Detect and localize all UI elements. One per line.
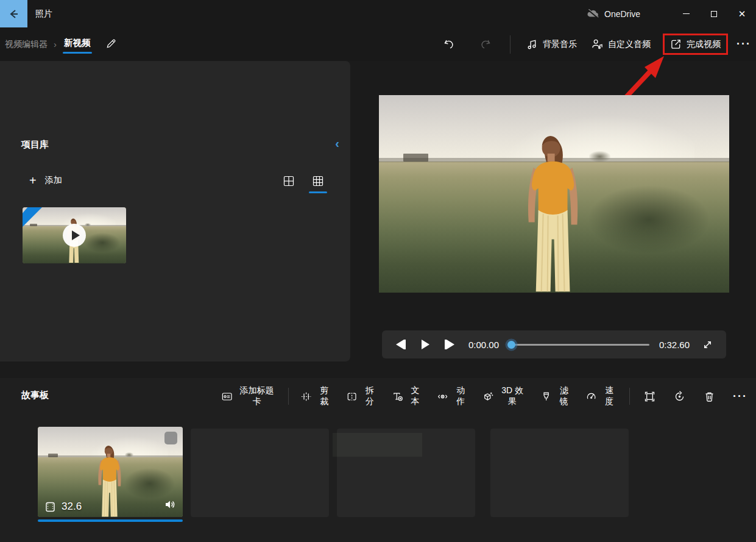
title-bar: 照片 OneDrive ✕ — [0, 0, 756, 27]
elapsed-time: 0:00.00 — [468, 340, 499, 350]
trim-button[interactable]: 剪裁 — [294, 385, 339, 407]
scene-tree — [589, 151, 610, 162]
trim-label: 剪裁 — [317, 385, 332, 407]
clip-selection-underline — [38, 519, 183, 522]
large-grid-view-button[interactable] — [281, 174, 297, 193]
speed-button[interactable]: 速度 — [579, 385, 624, 407]
command-bar: 视频编辑器 › 新视频 — [0, 27, 756, 61]
scene-buildings — [48, 454, 58, 457]
clip-duration-badge: 32.6 — [44, 501, 82, 513]
rename-project-button[interactable] — [105, 38, 117, 51]
add-media-label: 添加 — [45, 175, 62, 186]
seek-thumb[interactable] — [507, 341, 515, 349]
custom-audio-button[interactable]: 自定义音频 — [592, 38, 651, 50]
title-card-icon — [222, 391, 232, 402]
breadcrumb: 视频编辑器 › 新视频 — [5, 27, 117, 61]
maximize-icon — [711, 11, 717, 17]
project-name: 新视频 — [64, 38, 91, 48]
custom-audio-label: 自定义音频 — [608, 39, 651, 50]
scene-dark-patch — [85, 233, 120, 252]
add-title-card-label: 添加标题卡 — [237, 385, 276, 407]
collapse-panel-button[interactable]: ‹ — [335, 137, 339, 151]
finish-video-button[interactable]: 完成视频 — [670, 38, 721, 50]
project-library-panel: 项目库 ‹ + 添加 — [0, 61, 350, 362]
music-note-icon — [526, 38, 538, 50]
effects-3d-label: 3D 效果 — [498, 385, 526, 407]
filters-button[interactable]: 滤镜 — [534, 385, 579, 407]
motion-icon — [437, 391, 448, 402]
cube-3d-icon — [483, 391, 493, 402]
person-figure — [93, 445, 127, 517]
delete-button[interactable] — [694, 391, 724, 402]
next-frame-button[interactable] — [439, 334, 460, 355]
previous-frame-button[interactable] — [390, 334, 411, 355]
speed-label: 速度 — [602, 385, 617, 407]
clip-audio-button[interactable] — [164, 498, 177, 513]
scene-buildings — [30, 224, 37, 226]
view-selected-underline — [309, 191, 327, 193]
person-audio-icon — [592, 38, 603, 50]
redo-button[interactable] — [480, 38, 492, 50]
motion-label: 动作 — [453, 385, 468, 407]
text-add-icon — [392, 391, 403, 402]
video-frame-field-scene — [379, 95, 729, 293]
clip-select-checkbox[interactable] — [164, 432, 177, 444]
add-title-card-button[interactable]: 添加标题卡 — [214, 385, 283, 407]
maximize-button[interactable] — [700, 0, 728, 27]
project-library-title: 项目库 — [21, 139, 49, 151]
back-button[interactable] — [0, 0, 27, 27]
pencil-icon — [105, 38, 117, 49]
export-share-icon — [670, 38, 682, 50]
add-media-button[interactable]: + 添加 — [29, 174, 62, 187]
text-label: 文本 — [408, 385, 423, 407]
toolbar-divider — [288, 388, 289, 405]
rotate-icon — [674, 391, 685, 402]
minimize-button[interactable] — [672, 0, 700, 27]
close-icon: ✕ — [738, 9, 746, 18]
command-bar-actions: 背景音乐 自定义音频 完成视频 — [443, 27, 751, 61]
rotate-button[interactable] — [665, 391, 694, 402]
storyboard-more-button[interactable]: ··· — [724, 390, 756, 403]
play-button[interactable] — [415, 334, 436, 355]
breadcrumb-current-wrap: 新视频 — [63, 35, 92, 54]
background-music-label: 背景音乐 — [543, 39, 577, 50]
more-options-button[interactable]: ··· — [737, 38, 751, 51]
undo-button[interactable] — [443, 38, 454, 50]
thumbnail-play-button[interactable] — [63, 224, 86, 247]
toolbar-divider — [510, 35, 510, 54]
next-frame-icon — [447, 340, 454, 349]
minimize-icon — [683, 13, 690, 14]
seek-slider[interactable] — [507, 338, 651, 351]
redo-icon — [480, 38, 492, 50]
close-button[interactable]: ✕ — [728, 0, 756, 27]
expand-icon — [702, 340, 713, 350]
app-title: 照片 — [35, 9, 52, 20]
onedrive-status[interactable]: OneDrive — [586, 0, 640, 27]
storyboard-title: 故事板 — [21, 390, 49, 401]
scene-tree — [85, 223, 91, 226]
paintbrush-icon — [541, 391, 551, 402]
text-button[interactable]: 文本 — [385, 385, 431, 407]
person-figure — [516, 135, 589, 293]
frame-corners-icon — [644, 391, 655, 402]
back-arrow-icon — [8, 8, 20, 20]
breadcrumb-video-editor[interactable]: 视频编辑器 — [5, 39, 48, 50]
grid-2x2-icon — [283, 176, 294, 187]
filters-label: 滤镜 — [556, 385, 571, 407]
play-icon — [422, 340, 429, 349]
seek-track[interactable] — [514, 344, 649, 346]
chevron-left-icon: ‹ — [335, 137, 339, 150]
background-music-button[interactable]: 背景音乐 — [526, 38, 577, 50]
storyboard-clip[interactable]: 32.6 — [38, 427, 183, 517]
trash-icon — [704, 391, 715, 402]
library-video-thumbnail[interactable] — [23, 207, 126, 263]
motion-button[interactable]: 动作 — [430, 385, 476, 407]
small-grid-view-button[interactable] — [310, 174, 326, 193]
effects-3d-button[interactable]: 3D 效果 — [476, 385, 534, 407]
photos-app-window: 照片 OneDrive ✕ 视频编辑器 › 新视频 — [0, 0, 756, 542]
fullscreen-button[interactable] — [697, 334, 718, 355]
speaker-icon — [164, 498, 177, 511]
split-button[interactable]: 拆分 — [339, 385, 385, 407]
play-icon — [72, 230, 80, 240]
resize-frame-button[interactable] — [635, 391, 665, 402]
